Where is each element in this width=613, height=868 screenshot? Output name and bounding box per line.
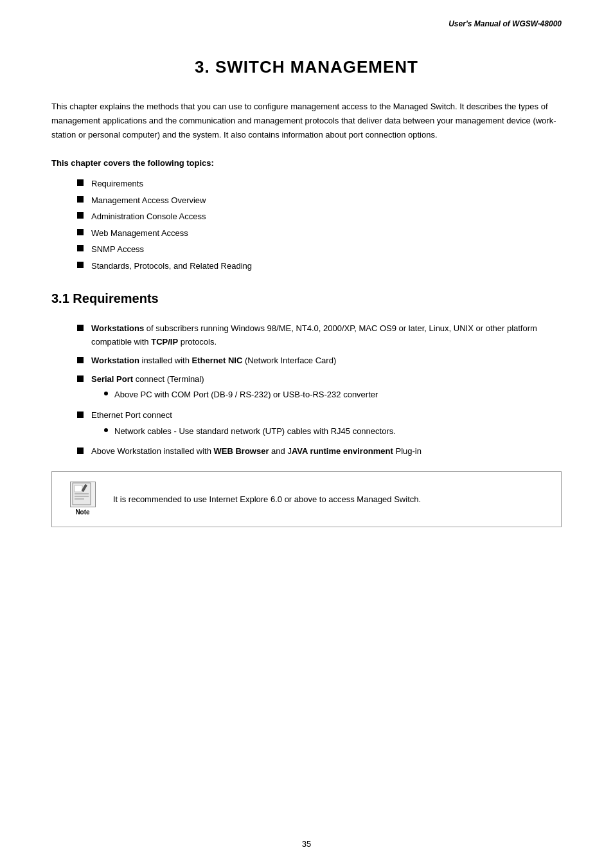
list-item-label: Requirements [91, 177, 143, 190]
req-item-content: Workstation installed with Ethernet NIC … [91, 354, 562, 368]
sub-list: Network cables - Use standard network (U… [104, 425, 562, 438]
req-item-content: Above Workstation installed with WEB Bro… [91, 445, 562, 458]
list-item-label: Administration Console Access [91, 210, 206, 223]
chapter-title: 3. SWITCH MANAGEMENT [51, 57, 562, 77]
intro-text: This chapter explains the methods that y… [51, 100, 562, 142]
bullet-icon [77, 262, 84, 268]
bullet-icon [77, 245, 84, 251]
bullet-icon [77, 212, 84, 219]
sub-list: Above PC with COM Port (DB-9 / RS-232) o… [104, 388, 562, 401]
note-icon-container: Note [65, 482, 100, 517]
list-item: Workstation installed with Ethernet NIC … [77, 354, 562, 368]
sub-list-item: Network cables - Use standard network (U… [104, 425, 562, 438]
bullet-icon [77, 357, 84, 363]
page-container: User's Manual of WGSW-48000 3. SWITCH MA… [0, 0, 613, 868]
list-item: Management Access Overview [77, 194, 562, 207]
list-item: Above Workstation installed with WEB Bro… [77, 445, 562, 458]
requirements-list: Workstations of subscribers running Wind… [77, 322, 562, 458]
list-item: Serial Port connect (Terminal) Above PC … [77, 373, 562, 404]
page-number: 35 [302, 839, 311, 849]
sub-list-item: Above PC with COM Port (DB-9 / RS-232) o… [104, 388, 562, 401]
req-item-content: Workstations of subscribers running Wind… [91, 322, 562, 349]
req-text: Workstations of subscribers running Wind… [91, 323, 537, 347]
sub-item-text: Network cables - Use standard network (U… [114, 425, 396, 438]
list-item: Requirements [77, 177, 562, 190]
topics-heading: This chapter covers the following topics… [51, 158, 562, 168]
list-item: Administration Console Access [77, 210, 562, 223]
bullet-icon [77, 411, 84, 418]
bullet-icon [77, 179, 84, 186]
req-text: Above Workstation installed with WEB Bro… [91, 446, 422, 456]
req-text: Workstation installed with Ethernet NIC … [91, 356, 336, 365]
section-31-title: 3.1 Requirements [51, 291, 562, 306]
req-item-content: Serial Port connect (Terminal) Above PC … [91, 373, 562, 404]
list-item-label: SNMP Access [91, 243, 144, 256]
list-item-label: Standards, Protocols, and Related Readin… [91, 260, 252, 273]
page-header: User's Manual of WGSW-48000 [51, 19, 562, 32]
bullet-icon [77, 196, 84, 203]
header-title: User's Manual of WGSW-48000 [449, 19, 562, 28]
req-text: Ethernet Port connect [91, 410, 172, 420]
bullet-icon [77, 229, 84, 235]
list-item: Ethernet Port connect Network cables - U… [77, 409, 562, 440]
note-box: Note It is recommended to use Internet E… [51, 471, 562, 527]
note-label: Note [75, 509, 89, 516]
page-footer: 35 [0, 839, 613, 849]
list-item: Workstations of subscribers running Wind… [77, 322, 562, 349]
svg-rect-1 [75, 485, 82, 492]
list-item: Web Management Access [77, 227, 562, 240]
sub-item-text: Above PC with COM Port (DB-9 / RS-232) o… [114, 388, 378, 401]
note-text: It is recommended to use Internet Explor… [113, 493, 421, 506]
list-item-label: Web Management Access [91, 227, 188, 240]
note-svg-icon [71, 482, 94, 507]
list-item: SNMP Access [77, 243, 562, 256]
topics-list: Requirements Management Access Overview … [77, 177, 562, 272]
sub-bullet-icon [104, 392, 108, 395]
list-item: Standards, Protocols, and Related Readin… [77, 260, 562, 273]
note-icon [70, 482, 96, 507]
bullet-icon [77, 448, 84, 454]
sub-bullet-icon [104, 428, 108, 432]
bullet-icon [77, 325, 84, 331]
bullet-icon [77, 375, 84, 382]
list-item-label: Management Access Overview [91, 194, 206, 207]
req-text: Serial Port connect (Terminal) [91, 374, 204, 384]
req-item-content: Ethernet Port connect Network cables - U… [91, 409, 562, 440]
